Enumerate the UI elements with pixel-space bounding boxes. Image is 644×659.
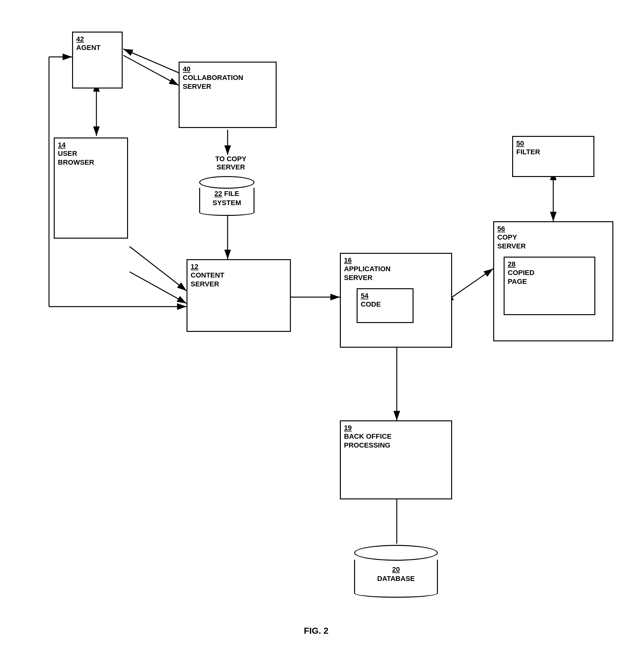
database-label: 20DATABASE — [377, 565, 415, 583]
copy-server-num: 56 — [497, 225, 505, 233]
database-cylinder: 20DATABASE — [354, 544, 438, 599]
diagram: 42 AGENT 40 COLLABORATION SERVER 14 USER… — [0, 0, 644, 659]
app-server-num: 16 — [344, 256, 351, 264]
collab-label: COLLABORATION SERVER — [183, 73, 243, 91]
svg-line-4 — [123, 55, 179, 85]
copied-page-num: 28 — [508, 260, 515, 268]
agent-label: AGENT — [76, 43, 100, 52]
back-office-box: 19 BACK OFFICE PROCESSING — [340, 420, 452, 499]
filter-box: 50 FILTER — [512, 136, 594, 177]
back-office-label: BACK OFFICE PROCESSING — [344, 432, 391, 449]
application-server-box: 16 APPLICATION SERVER 54 CODE — [340, 253, 452, 348]
user-browser-label: USER BROWSER — [58, 149, 94, 167]
content-server-num: 12 — [191, 263, 198, 271]
code-num: 54 — [361, 292, 368, 300]
content-server-box: 12 CONTENT SERVER — [186, 259, 291, 332]
svg-line-10 — [130, 272, 186, 303]
copy-server-label: COPY SERVER — [497, 233, 526, 250]
file-system-label: 22 FILESYSTEM — [212, 189, 241, 207]
file-system-cylinder: 22 FILESYSTEM — [199, 175, 254, 216]
code-box: 54 CODE — [356, 288, 414, 323]
fig-label: FIG. 2 — [269, 626, 364, 636]
user-browser-box: 14 USER BROWSER — [54, 138, 128, 239]
collaboration-server-box: 40 COLLABORATION SERVER — [179, 62, 277, 128]
svg-line-17 — [452, 269, 493, 297]
svg-line-9 — [130, 246, 186, 291]
collab-num: 40 — [183, 65, 190, 73]
svg-line-5 — [123, 49, 179, 73]
back-office-num: 19 — [344, 424, 351, 432]
filter-label: FILTER — [516, 148, 540, 157]
to-copy-server-text: TO COPYSERVER — [206, 155, 256, 171]
copied-page-box: 28 COPIED PAGE — [504, 257, 595, 315]
filter-num: 50 — [516, 139, 524, 148]
user-browser-num: 14 — [58, 141, 65, 149]
app-server-label: APPLICATION SERVER — [344, 264, 390, 282]
code-label: CODE — [361, 300, 381, 309]
content-server-label: CONTENT SERVER — [191, 271, 224, 288]
agent-num: 42 — [76, 35, 84, 43]
copied-page-label: COPIED PAGE — [508, 268, 534, 286]
agent-box: 42 AGENT — [72, 31, 123, 89]
copy-server-box: 56 COPY SERVER 28 COPIED PAGE — [493, 221, 613, 342]
